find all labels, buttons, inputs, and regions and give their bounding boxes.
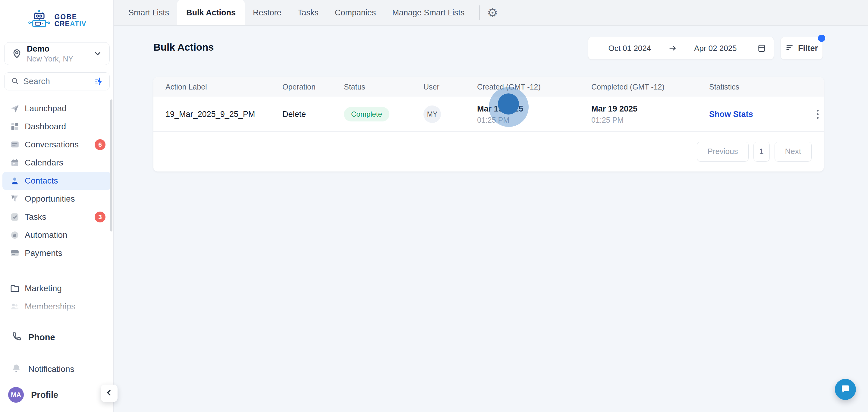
folder-icon (9, 283, 21, 293)
location-pin-icon (12, 49, 22, 59)
sidebar-item-tasks[interactable]: Tasks 3 (0, 208, 113, 226)
row-user: MY (424, 105, 477, 123)
date-range-picker: Oct 01 2024 Apr 02 2025 (588, 37, 774, 60)
page-title: Bulk Actions (153, 41, 214, 53)
dashboard-icon (9, 122, 21, 132)
robot-logo-icon (27, 9, 51, 32)
bulk-actions-page: Bulk Actions Oct 01 2024 Apr 02 2025 Fil… (114, 26, 868, 412)
credit-card-icon (9, 248, 21, 258)
col-status: Status (344, 83, 424, 91)
chat-bubble-icon (840, 383, 851, 395)
kebab-menu-icon[interactable] (809, 110, 827, 119)
contacts-topbar: Smart Lists Bulk Actions Restore Tasks C… (114, 0, 868, 26)
tab-bulk-actions[interactable]: Bulk Actions (177, 0, 245, 25)
user-avatar: MY (424, 105, 441, 123)
col-action-label: Action Label (165, 83, 282, 91)
tab-manage-smart-lists[interactable]: Manage Smart Lists (384, 0, 472, 25)
app-root: GOBE CREATIV Demo New York, NY (0, 0, 868, 412)
sidebar-item-dashboard[interactable]: Dashboard (0, 118, 113, 136)
people-icon (9, 302, 21, 312)
chevron-left-icon (105, 388, 113, 398)
brand-line1: GOBE (54, 13, 86, 21)
tab-companies[interactable]: Companies (327, 0, 384, 25)
filter-lines-icon (785, 43, 795, 53)
row-operation: Delete (282, 110, 344, 119)
next-page-button[interactable]: Next (775, 141, 812, 162)
sidebar-nav: Launchpad Dashboard Conversations (0, 99, 113, 262)
profile-avatar: MA (8, 387, 24, 403)
row-created: Mar 19 2025 01:25 PM (477, 104, 591, 124)
sidebar-item-automation[interactable]: Automation (0, 226, 113, 244)
page-number-button[interactable]: 1 (753, 141, 770, 162)
sidebar-item-profile[interactable]: MA Profile (0, 385, 113, 405)
table-header-row: Action Label Operation Status User Creat… (153, 77, 824, 97)
location-texts: Demo New York, NY (27, 44, 93, 63)
sidebar-secondary-group: Marketing Memberships (0, 272, 113, 314)
col-created: Created (GMT -12) (477, 83, 591, 91)
tab-restore[interactable]: Restore (245, 0, 290, 25)
row-completed: Mar 19 2025 01:25 PM (591, 104, 709, 124)
show-stats-link[interactable]: Show Stats (709, 110, 753, 119)
topbar-divider (479, 5, 480, 20)
sidebar-item-phone[interactable]: Phone (0, 328, 113, 346)
launchpad-icon (9, 103, 21, 114)
brand-line2: CREATIV (54, 21, 86, 27)
funnel-icon (9, 194, 21, 204)
col-statistics: Statistics (709, 83, 809, 91)
automation-icon (9, 230, 21, 240)
sidebar-item-opportunities[interactable]: Opportunities (0, 190, 113, 208)
table-row: 19_Mar_2025_9_25_PM Delete Complete MY M… (153, 97, 824, 132)
previous-page-button[interactable]: Previous (697, 141, 748, 162)
brand-logo: GOBE CREATIV (0, 9, 114, 32)
conversations-badge: 6 (95, 139, 105, 150)
arrow-right-icon (668, 44, 677, 53)
tasks-badge: 3 (95, 212, 105, 222)
sidebar-item-memberships[interactable]: Memberships (0, 297, 113, 314)
location-selector[interactable]: Demo New York, NY (4, 42, 110, 65)
contacts-icon (9, 176, 21, 186)
sidebar-item-marketing[interactable]: Marketing (0, 279, 113, 297)
tab-tasks[interactable]: Tasks (290, 0, 327, 25)
col-user: User (424, 83, 477, 91)
header-controls: Oct 01 2024 Apr 02 2025 Filter (588, 37, 823, 60)
chevron-down-icon (93, 49, 102, 58)
row-status: Complete (344, 107, 424, 122)
pagination: Previous 1 Next (153, 132, 824, 171)
sidebar-item-payments[interactable]: Payments (0, 244, 113, 262)
brand-name: GOBE CREATIV (54, 13, 86, 27)
sidebar-scrollbar[interactable] (110, 99, 113, 231)
sidebar-item-calendars[interactable]: Calendars (0, 154, 113, 172)
tab-smart-lists[interactable]: Smart Lists (120, 0, 177, 25)
date-end-field[interactable]: Apr 02 2025 (677, 44, 754, 53)
gear-icon[interactable]: ⚙ (485, 0, 500, 25)
bell-icon (11, 363, 22, 375)
chat-widget-button[interactable] (835, 379, 856, 400)
sidebar-item-contacts[interactable]: Contacts (2, 172, 111, 190)
conversations-icon (9, 139, 21, 150)
row-menu (809, 110, 827, 119)
row-action-label: 19_Mar_2025_9_25_PM (165, 110, 282, 119)
date-start-field[interactable]: Oct 01 2024 (591, 44, 668, 53)
search-input[interactable] (23, 76, 94, 86)
calendar-icon (9, 158, 21, 168)
filter-button[interactable]: Filter (781, 37, 823, 60)
sidebar: GOBE CREATIV Demo New York, NY (0, 0, 114, 412)
filter-active-dot (818, 35, 825, 42)
task-check-icon (9, 212, 21, 222)
status-badge: Complete (344, 107, 390, 122)
location-city: New York, NY (27, 55, 93, 63)
quick-action-bolt-icon[interactable] (94, 76, 104, 87)
sidebar-item-notifications[interactable]: Notifications (0, 360, 113, 378)
calendar-picker-icon[interactable] (757, 43, 767, 53)
sidebar-item-launchpad[interactable]: Launchpad (0, 99, 113, 118)
search-bar (4, 72, 110, 90)
sidebar-collapse-button[interactable] (101, 385, 118, 402)
col-completed: Completed (GMT -12) (591, 83, 709, 91)
bulk-actions-table-card: Action Label Operation Status User Creat… (153, 77, 824, 171)
row-statistics: Show Stats (709, 110, 809, 119)
col-operation: Operation (282, 83, 344, 91)
search-icon (10, 76, 19, 86)
phone-icon (11, 331, 22, 343)
location-name: Demo (27, 44, 93, 54)
sidebar-item-conversations[interactable]: Conversations 6 (0, 136, 113, 154)
